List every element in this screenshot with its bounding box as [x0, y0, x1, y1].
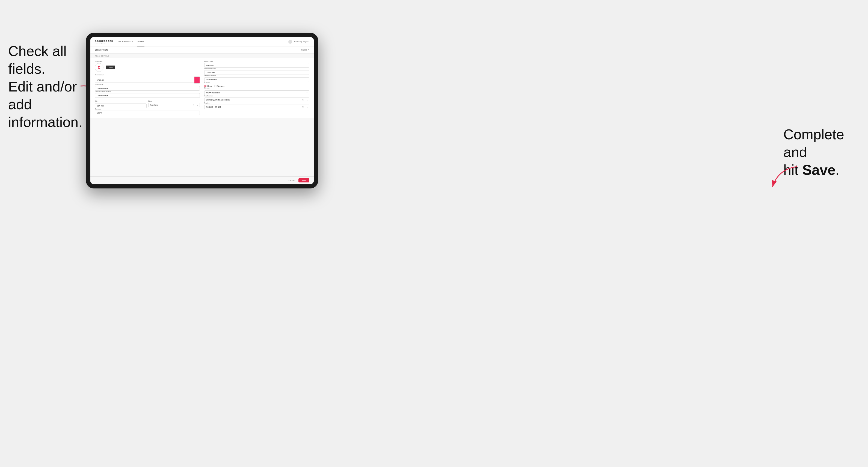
- region-select[interactable]: Region II - (M) DIII: [205, 105, 301, 109]
- sign-out-link[interactable]: Sign out: [303, 41, 309, 42]
- team-name-label: Team name: [95, 84, 200, 85]
- gender-group: Gender Mens Womens: [204, 82, 309, 87]
- form-header: Create Team Cancel ✕: [90, 46, 314, 54]
- logo-letter: C: [98, 65, 100, 70]
- instruction-right-bold: Save: [802, 162, 835, 178]
- nav-tournaments[interactable]: TOURNAMENTS: [118, 37, 133, 46]
- city-state-row: City State New York ✕: [95, 98, 200, 108]
- form-cancel-top[interactable]: Cancel ✕: [301, 49, 309, 51]
- division-select[interactable]: NCAA Division III: [204, 90, 309, 95]
- close-icon: ✕: [308, 49, 309, 51]
- user-avatar: [288, 40, 292, 44]
- state-select[interactable]: New York: [149, 103, 191, 107]
- form-body: Team logo C Upload Team colour: [90, 58, 314, 118]
- team-colour-group: Team colour: [95, 74, 200, 84]
- state-select-wrap: New York ✕ ⌄: [148, 103, 200, 107]
- division-group: Division NCAA Division III: [204, 87, 309, 95]
- navbar-nav: TOURNAMENTS TEAMS: [118, 37, 289, 46]
- city-state-group: City State New York ✕: [95, 98, 200, 108]
- right-column: Head Coach Assistant Coach Athletic Dire…: [204, 61, 309, 115]
- conference-clear-icon[interactable]: ✕: [301, 99, 305, 101]
- cancel-label-top: Cancel: [301, 49, 307, 51]
- logo-circle: C: [95, 63, 103, 72]
- athletic-director-label: Athletic Director: [204, 75, 309, 76]
- zip-label: Zip code: [95, 108, 200, 110]
- instruction-right-line3: .: [836, 162, 839, 178]
- color-input-wrap: [95, 76, 200, 84]
- display-name-group: Display name (unique): [95, 91, 200, 98]
- head-coach-group: Head Coach: [204, 61, 309, 68]
- color-swatch[interactable]: [194, 76, 200, 84]
- city-input[interactable]: [95, 103, 147, 108]
- city-sub-group: City: [95, 98, 147, 108]
- state-sub-group: State New York ✕ ⌄: [148, 98, 200, 108]
- city-label: City: [95, 100, 97, 102]
- assistant-coach-group: Assistant Coach: [204, 68, 309, 75]
- state-arrow-icon: ⌄: [196, 104, 199, 106]
- head-coach-label: Head Coach: [204, 61, 309, 62]
- team-colour-input[interactable]: [95, 78, 194, 83]
- region-select-wrap: Region II - (M) DIII ✕ ⌄: [204, 104, 309, 109]
- display-name-label: Display name (unique): [95, 91, 200, 92]
- conference-select[interactable]: University Athletic Association: [205, 98, 301, 102]
- brand-title: SCOREBOARD: [95, 40, 113, 42]
- region-arrow-icon: ⌄: [305, 106, 309, 108]
- save-button[interactable]: Save: [299, 178, 309, 182]
- conference-label: Conference: [204, 95, 309, 97]
- zip-input[interactable]: [95, 111, 200, 115]
- section-label: TEAM DETAILS: [90, 54, 314, 58]
- radio-group: Mens Womens: [204, 84, 309, 87]
- radio-dot-womens: [214, 85, 217, 87]
- tablet-screen: SCOREBOARD Powered by clippi TOURNAMENTS…: [90, 37, 314, 184]
- form-grid: Team logo C Upload Team colour: [95, 61, 309, 115]
- form-title: Create Team: [95, 49, 107, 51]
- radio-dot-mens: [204, 85, 207, 87]
- radio-mens[interactable]: Mens: [204, 85, 212, 87]
- team-name-input[interactable]: [95, 86, 200, 91]
- cancel-button[interactable]: Cancel: [286, 178, 297, 182]
- gender-mens-label: Mens: [207, 85, 212, 87]
- assistant-coach-label: Assistant Coach: [204, 68, 309, 69]
- conference-group: Conference University Athletic Associati…: [204, 95, 309, 102]
- instruction-right-line1: Complete and: [783, 126, 844, 160]
- user-text: Test User |: [294, 41, 302, 42]
- assistant-coach-input[interactable]: [204, 70, 309, 75]
- instruction-left: Check all fields. Edit and/or add inform…: [8, 42, 79, 131]
- athletic-director-input[interactable]: [204, 77, 309, 82]
- state-clear-icon[interactable]: ✕: [191, 104, 196, 106]
- upload-button[interactable]: Upload: [106, 66, 115, 69]
- division-select-wrap: NCAA Division III: [204, 90, 309, 95]
- radio-womens[interactable]: Womens: [214, 85, 224, 87]
- gender-label: Gender: [204, 82, 309, 84]
- instruction-line3: information.: [8, 114, 83, 130]
- region-group: Region Region II - (M) DIII ✕ ⌄: [204, 102, 309, 109]
- navbar-brand: SCOREBOARD Powered by clippi: [95, 40, 113, 44]
- action-bar: Cancel Save: [90, 177, 314, 184]
- logo-area: C Upload: [95, 63, 200, 72]
- navbar-right: Test User | Sign out: [288, 40, 309, 44]
- brand-sub: Powered by clippi: [95, 42, 113, 44]
- instruction-line1: Check all fields.: [8, 43, 67, 77]
- conference-arrow-icon: ⌄: [305, 99, 309, 101]
- navbar: SCOREBOARD Powered by clippi TOURNAMENTS…: [90, 37, 314, 46]
- gender-womens-label: Womens: [217, 85, 224, 87]
- region-label: Region: [204, 102, 309, 104]
- left-column: Team logo C Upload Team colour: [95, 61, 200, 115]
- zip-group: Zip code: [95, 108, 200, 115]
- head-coach-input[interactable]: [204, 63, 309, 68]
- team-logo-label: Team logo: [95, 61, 200, 62]
- arrow-right: [767, 164, 803, 192]
- nav-teams[interactable]: TEAMS: [137, 37, 145, 46]
- team-colour-label: Team colour: [95, 74, 200, 76]
- tablet-device: SCOREBOARD Powered by clippi TOURNAMENTS…: [86, 33, 318, 188]
- display-name-input[interactable]: [95, 93, 200, 98]
- instruction-line2: Edit and/or add: [8, 79, 77, 112]
- athletic-director-group: Athletic Director: [204, 75, 309, 82]
- team-name-group: Team name: [95, 84, 200, 91]
- region-clear-icon[interactable]: ✕: [301, 106, 305, 108]
- state-label: State: [148, 100, 152, 102]
- page-content: Create Team Cancel ✕ TEAM DETAILS Team l…: [90, 46, 314, 177]
- conference-select-wrap: University Athletic Association ✕ ⌄: [204, 97, 309, 102]
- division-label: Division: [204, 87, 309, 89]
- team-logo-group: Team logo C Upload: [95, 61, 200, 74]
